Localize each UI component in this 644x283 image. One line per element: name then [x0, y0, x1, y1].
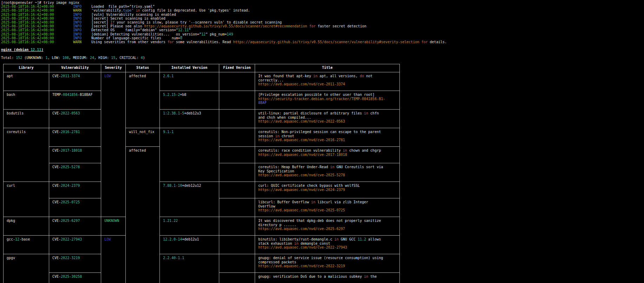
log-message: [debian] Detecting vulnerabilities... os…	[91, 32, 233, 36]
vulnerability-cell: CVE-2022-27943	[49, 236, 101, 254]
fixed-version-cell	[219, 254, 255, 273]
severity-cell: UNKNOWN	[101, 217, 126, 236]
fixed-version-cell	[219, 147, 255, 163]
fixed-version-cell	[219, 236, 255, 254]
table-row: aptCVE-2011-3374LOWaffected2.6.1It was f…	[4, 72, 400, 91]
log-timestamp: 2025-08-18T16:16:42+08:00	[1, 24, 73, 28]
title-cell: [Privilege escalation possible to other …	[255, 91, 400, 110]
log-timestamp: 2025-08-18T16:16:42+08:00	[1, 13, 73, 17]
url-link[interactable]: https://avd.aquasec.com/nvd/cve-2022-056…	[258, 119, 345, 123]
installed-version-cell: 1:2.38.1-5+deb12u3	[160, 110, 219, 128]
log-line: 2025-08-18T16:16:42+08:00WARN'vulnerabil…	[1, 8, 644, 12]
title-cell: gnupg: verification DoS due to a malicio…	[255, 273, 400, 283]
fixed-version-cell	[219, 273, 255, 283]
trivy-log-output: 2025-08-18T16:16:42+08:00INFOLoaded file…	[1, 5, 644, 44]
url-link[interactable]: 8BAF	[258, 101, 267, 105]
vulnerability-cell: CVE-2025-30258	[49, 273, 101, 283]
installed-version-cell: 7.88.1-10+deb12u12	[160, 182, 219, 217]
log-message: Loaded file_path="trivy.yaml"	[91, 5, 155, 8]
installed-version-cell: 1.21.22	[160, 217, 219, 236]
url-link[interactable]: https://avd.aquasec.com/nvd/cve-2024-237…	[258, 188, 345, 192]
url-link[interactable]: https://security-tracker.debian.org/trac…	[258, 97, 385, 101]
url-link[interactable]: https://avd.aquasec.com/nvd/cve-2022-321…	[258, 264, 345, 268]
column-header: Library	[4, 64, 49, 72]
log-line: 2025-08-18T16:16:42+08:00INFODetected OS…	[1, 28, 644, 32]
log-line: 2025-08-18T16:16:42+08:00INFOLoaded file…	[1, 5, 644, 8]
log-level-badge: INFO	[73, 32, 91, 36]
vulnerability-cell: TEMP-0841856-B18BAF	[49, 91, 101, 110]
url-link[interactable]: https://avd.aquasec.com/nvd/cve-2017-180…	[258, 153, 347, 157]
log-message: Number of language-specific files num=0	[91, 36, 182, 40]
terminal-window[interactable]: [root@openeuler ~]# trivy image nginx 20…	[0, 0, 644, 283]
url-link[interactable]: https://avd.aquasec.com/nvd/cve-2016-278…	[258, 138, 345, 142]
vulnerability-cell: CVE-2016-2781	[49, 128, 101, 147]
table-row: bashTEMP-0841856-B18BAF5.2.15-2+b8[Privi…	[4, 91, 400, 110]
table-header-row: LibraryVulnerabilitySeverityStatusInstal…	[4, 64, 400, 72]
vulnerability-cell: CVE-2017-18018	[49, 147, 101, 163]
library-cell: bash	[4, 91, 49, 110]
library-cell: bsdutils	[4, 110, 49, 128]
library-cell: dpkg	[4, 217, 49, 236]
log-timestamp: 2025-08-18T16:16:42+08:00	[1, 17, 73, 20]
log-level-badge: WARN	[73, 40, 91, 44]
url-link[interactable]: https://avd.aquasec.com/nvd/cve-2022-279…	[258, 245, 347, 249]
log-message: Using severities from other vendors for …	[91, 40, 447, 44]
log-level-badge: INFO	[73, 13, 91, 17]
log-line: 2025-08-18T16:16:42+08:00WARNUsing sever…	[1, 40, 644, 44]
fixed-version-cell	[219, 110, 255, 128]
status-cell: affected	[126, 147, 160, 283]
column-header: Severity	[101, 64, 126, 72]
severity-cell: LOW	[101, 236, 126, 283]
status-cell: affected	[126, 72, 160, 128]
library-cell: gpgv	[4, 254, 49, 283]
log-message: [secret] Please see also https://aquasec…	[91, 24, 366, 28]
log-timestamp: 2025-08-18T16:16:42+08:00	[1, 28, 73, 32]
url-link[interactable]: https://aquasecurity.github.io/trivy/v0.…	[233, 40, 419, 44]
log-timestamp: 2025-08-18T16:16:42+08:00	[1, 20, 73, 24]
table-row: bsdutilsCVE-2022-05631:2.38.1-5+deb12u3u…	[4, 110, 400, 128]
log-line: 2025-08-18T16:16:42+08:00INFO[secret] Pl…	[1, 24, 644, 28]
library-cell: curl	[4, 182, 49, 217]
url-link[interactable]: https://avd.aquasec.com/nvd/cve-2025-527…	[258, 173, 345, 177]
column-header: Status	[126, 64, 160, 72]
vulnerability-total-summary: Total: 152 (UNKNOWN: 1, LOW: 108, MEDIUM…	[1, 56, 644, 60]
column-header: Vulnerability	[49, 64, 101, 72]
vulnerability-cell: CVE-2025-6297	[49, 217, 101, 236]
title-cell: coreutils: race condition vulnerability …	[255, 147, 400, 163]
vulnerability-cell: CVE-2024-2379	[49, 182, 101, 198]
title-cell: util-linux: partial disclosure of arbitr…	[255, 110, 400, 128]
log-timestamp: 2025-08-18T16:16:42+08:00	[1, 40, 73, 44]
title-cell: curl: QUIC certificate check bypass with…	[255, 182, 400, 198]
library-cell: coreutils	[4, 128, 49, 182]
table-row: dpkgCVE-2025-6297UNKNOWN1.21.22It was di…	[4, 217, 400, 236]
fixed-version-cell	[219, 163, 255, 182]
fixed-version-cell	[219, 91, 255, 110]
log-level-badge: INFO	[73, 5, 91, 8]
log-message: 'vulnerability.type' in config file is d…	[91, 8, 250, 12]
installed-version-cell: 2.2.40-1.1	[160, 254, 219, 283]
log-level-badge: WARN	[73, 8, 91, 12]
fixed-version-cell	[219, 182, 255, 198]
vulnerability-cell: CVE-2025-5278	[49, 163, 101, 182]
status-cell: will_not_fix	[126, 128, 160, 147]
log-line: 2025-08-18T16:16:42+08:00INFO[secret] If…	[1, 20, 644, 24]
vulnerability-table: LibraryVulnerabilitySeverityStatusInstal…	[3, 64, 400, 283]
url-link[interactable]: https://avd.aquasec.com/nvd/cve-2025-072…	[258, 208, 345, 212]
log-level-badge: INFO	[73, 24, 91, 28]
log-timestamp: 2025-08-18T16:16:42+08:00	[1, 32, 73, 36]
log-level-badge: INFO	[73, 20, 91, 24]
table-row: curlCVE-2024-23797.88.1-10+deb12u12curl:…	[4, 182, 400, 198]
column-header: Installed Version	[160, 64, 219, 72]
url-link[interactable]: https://aquasecurity.github.io/trivy/v0.…	[144, 24, 307, 28]
vulnerability-cell: CVE-2022-0563	[49, 110, 101, 128]
log-timestamp: 2025-08-18T16:16:42+08:00	[1, 36, 73, 40]
fixed-version-cell	[219, 217, 255, 236]
title-cell: gnupg: denial of service issue (resource…	[255, 254, 400, 273]
library-cell: apt	[4, 72, 49, 91]
log-message: [vuln] Vulnerability scanning is enabled	[91, 13, 176, 17]
table-row: coreutilsCVE-2016-2781will_not_fix9.1-1c…	[4, 128, 400, 147]
table-row: gcc-12-baseCVE-2022-27943LOW12.2.0-14+de…	[4, 236, 400, 254]
url-link[interactable]: https://avd.aquasec.com/nvd/cve-2025-629…	[258, 227, 345, 231]
url-link[interactable]: https://avd.aquasec.com/nvd/cve-2011-337…	[258, 82, 345, 86]
log-message: [secret] If your scanning is slow, pleas…	[91, 20, 282, 24]
